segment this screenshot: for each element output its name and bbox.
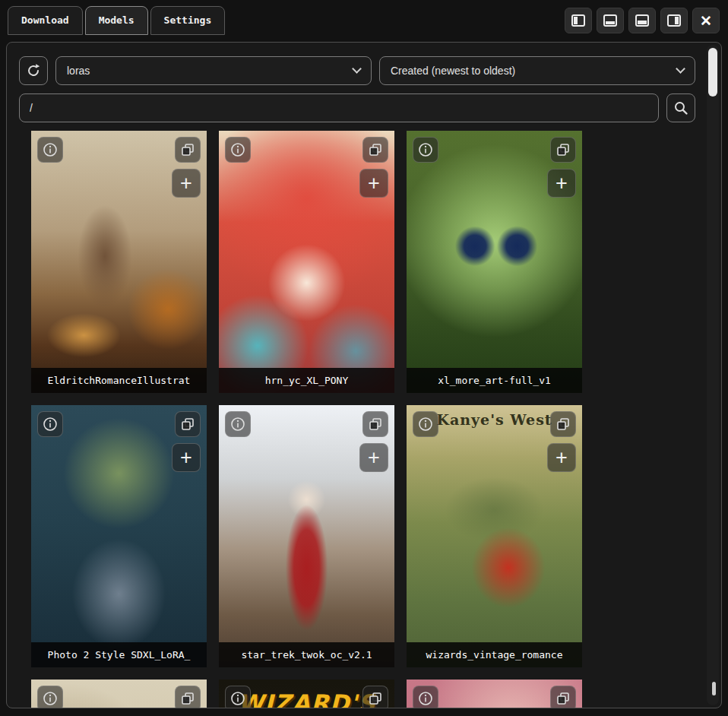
copy-icon xyxy=(555,417,571,432)
plus-icon: + xyxy=(180,173,192,194)
info-button[interactable] xyxy=(413,137,438,163)
copy-button[interactable] xyxy=(362,411,388,437)
scrollbar-thumb[interactable] xyxy=(708,48,717,97)
scrollbar-end-cap xyxy=(712,682,716,695)
model-card[interactable]: + star_trek_twok_oc_v2.1 xyxy=(219,405,394,667)
sort-select[interactable]: Created (newest to oldest) xyxy=(379,56,695,85)
info-button[interactable] xyxy=(225,137,251,163)
copy-button[interactable] xyxy=(550,411,576,437)
add-button[interactable]: + xyxy=(547,169,576,198)
dock-bottom-icon xyxy=(603,14,617,27)
tab-download[interactable]: Download xyxy=(8,6,83,35)
copy-icon xyxy=(368,417,383,432)
info-button[interactable] xyxy=(37,686,63,708)
add-button[interactable]: + xyxy=(172,169,201,198)
plus-icon: + xyxy=(180,448,192,468)
add-button[interactable]: + xyxy=(172,443,201,472)
models-grid: + EldritchRomanceIllustrat + hrn_yc_XL_P… xyxy=(31,131,695,708)
tab-download-label: Download xyxy=(21,14,69,26)
copy-button[interactable] xyxy=(362,137,388,163)
plus-icon: + xyxy=(555,448,568,468)
folder-select-value: loras xyxy=(67,65,90,77)
info-button[interactable] xyxy=(225,686,251,708)
model-card[interactable]: Kanye's West + wizards_vintage_romance xyxy=(407,405,582,667)
card-name: wizards_vintage_romance xyxy=(407,642,582,667)
info-icon xyxy=(43,691,58,706)
window-controls: ✕ xyxy=(565,8,720,33)
copy-button[interactable] xyxy=(550,137,576,163)
copy-button[interactable] xyxy=(550,686,576,708)
plus-icon: + xyxy=(555,173,568,194)
model-card[interactable]: + xl_more_art-full_v1 xyxy=(407,131,582,393)
info-icon xyxy=(418,417,433,432)
card-name: star_trek_twok_oc_v2.1 xyxy=(219,642,394,667)
info-icon xyxy=(43,417,58,432)
copy-icon xyxy=(180,691,195,706)
info-button[interactable] xyxy=(37,411,63,437)
copy-icon xyxy=(180,417,195,432)
search-icon xyxy=(673,100,688,116)
copy-button[interactable] xyxy=(362,686,388,708)
info-icon xyxy=(43,142,58,157)
info-button[interactable] xyxy=(37,137,63,163)
card-name: EldritchRomanceIllustrat xyxy=(31,368,207,393)
chevron-down-icon xyxy=(352,64,362,74)
copy-icon xyxy=(555,142,571,157)
plus-icon: + xyxy=(368,448,380,468)
model-card[interactable]: + xyxy=(31,680,207,708)
copy-button[interactable] xyxy=(175,686,201,708)
dock-top-icon xyxy=(635,14,649,27)
toolbar: loras Created (newest to oldest) xyxy=(19,56,695,85)
tab-bar: Download Models Settings xyxy=(8,6,225,35)
search-bar xyxy=(19,93,695,122)
add-button[interactable]: + xyxy=(359,443,388,472)
copy-icon xyxy=(180,142,195,157)
copy-icon xyxy=(555,691,571,706)
sort-select-value: Created (newest to oldest) xyxy=(391,65,515,77)
model-card[interactable]: + Photo 2 Style SDXL_LoRA_ xyxy=(31,405,207,667)
vertical-scrollbar[interactable] xyxy=(707,45,719,705)
chevron-down-icon xyxy=(676,64,685,74)
search-input[interactable] xyxy=(19,93,659,122)
search-button[interactable] xyxy=(666,93,695,122)
refresh-button[interactable] xyxy=(19,56,48,85)
folder-select[interactable]: loras xyxy=(55,56,372,85)
close-button[interactable]: ✕ xyxy=(692,8,720,33)
copy-icon xyxy=(368,691,383,706)
card-name: Photo 2 Style SDXL_LoRA_ xyxy=(31,642,207,667)
tab-settings-label: Settings xyxy=(164,14,212,26)
add-button[interactable]: + xyxy=(359,169,388,198)
card-name: hrn_yc_XL_PONY xyxy=(219,368,394,393)
tab-models-label: Models xyxy=(99,14,135,26)
add-button[interactable]: + xyxy=(547,443,576,472)
models-panel: loras Created (newest to oldest) xyxy=(6,42,722,708)
copy-button[interactable] xyxy=(175,411,201,437)
info-icon xyxy=(230,142,245,157)
close-icon: ✕ xyxy=(700,12,712,30)
info-button[interactable] xyxy=(413,411,438,437)
dock-left-icon xyxy=(571,14,585,27)
model-card[interactable]: WIZARD'S + xyxy=(219,680,394,708)
info-button[interactable] xyxy=(413,686,438,708)
tab-models[interactable]: Models xyxy=(85,6,148,35)
plus-icon: + xyxy=(368,173,380,194)
tab-settings[interactable]: Settings xyxy=(150,6,226,35)
card-name: xl_more_art-full_v1 xyxy=(407,368,582,393)
dock-left-button[interactable] xyxy=(565,8,592,33)
info-icon xyxy=(230,417,245,432)
copy-button[interactable] xyxy=(175,137,201,163)
info-icon xyxy=(230,691,245,706)
model-card[interactable]: + EldritchRomanceIllustrat xyxy=(31,131,207,393)
model-card[interactable]: + hrn_yc_XL_PONY xyxy=(219,131,394,393)
model-card[interactable]: + xyxy=(407,680,582,708)
info-icon xyxy=(418,142,433,157)
dock-top-button[interactable] xyxy=(628,8,656,33)
info-button[interactable] xyxy=(225,411,251,437)
copy-icon xyxy=(368,142,383,157)
dock-right-icon xyxy=(667,14,681,27)
info-icon xyxy=(418,691,433,706)
dock-bottom-button[interactable] xyxy=(597,8,624,33)
dock-right-button[interactable] xyxy=(660,8,688,33)
refresh-icon xyxy=(26,63,41,78)
